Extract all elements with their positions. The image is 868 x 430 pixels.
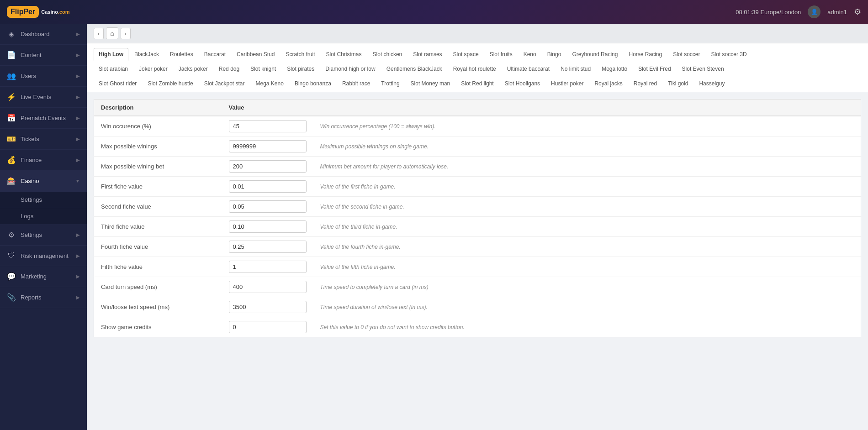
logo-flipper: FlipPer [11,8,35,16]
tab-no-limit-stud[interactable]: No limit stud [556,63,596,75]
value-cell-4 [222,197,313,217]
input-2[interactable] [229,160,307,173]
tab-slot-fruits[interactable]: Slot fruits [485,48,518,60]
tab-mega-keno[interactable]: Mega Keno [250,77,288,89]
sidebar-sub-item-logs[interactable]: Logs [0,208,87,225]
sidebar-item-settings[interactable]: ⚙ Settings ▶ [0,225,87,246]
desc-cell-6: Fourth fiche value [94,237,222,257]
sidebar-item-finance[interactable]: 💰 Finance ▶ [0,150,87,171]
forward-button[interactable]: › [121,28,131,39]
sidebar-item-prematch-events[interactable]: 📅 Prematch Events ▶ [0,108,87,129]
tab-scratch-fruit[interactable]: Scratch fruit [281,48,320,60]
sidebar-item-risk-management[interactable]: 🛡 Risk management ▶ [0,246,87,266]
tab-bingo[interactable]: Bingo [542,48,566,60]
tab-roulettes[interactable]: Roulettes [165,48,198,60]
sidebar-label-reports: Reports [21,294,42,301]
topbar-time: 08:01:39 Europe/London [736,9,801,16]
table-row: Fifth fiche value Value of the fifth fic… [94,257,861,277]
finance-arrow-icon: ▶ [76,157,80,163]
input-4[interactable] [229,200,307,213]
tab-tiki-gold[interactable]: Tiki gold [663,77,693,89]
sidebar-item-tickets[interactable]: 🎫 Tickets ▶ [0,129,87,150]
sidebar-item-casino[interactable]: 🎰 Casino ▼ [0,171,87,192]
tab-slot-pirates[interactable]: Slot pirates [282,63,319,75]
desc-cell-0: Win occurence (%) [94,116,222,136]
tab-slot-hooligans[interactable]: Slot Hooligans [500,77,545,89]
desc-cell-8: Card turn speed (ms) [94,277,222,297]
tab-slot-knight[interactable]: Slot knight [245,63,281,75]
back-button[interactable]: ‹ [94,28,104,39]
tab-ultimate-baccarat[interactable]: Ultimate baccarat [502,63,555,75]
sidebar-item-users[interactable]: 👥 Users ▶ [0,66,87,87]
table-row: Fourth fiche value Value of the fourth f… [94,237,861,257]
hint-cell-9: Time speed duration of win/lose text (in… [313,297,861,317]
topbar-settings-icon[interactable]: ⚙ [854,7,861,17]
tab-slot-soccer[interactable]: Slot soccer [668,48,705,60]
sidebar-label-live-events: Live Events [21,94,51,100]
tab-slot-space[interactable]: Slot space [448,48,484,60]
tab-keno[interactable]: Keno [519,48,541,60]
tab-greyhound-racing[interactable]: Greyhound Racing [567,48,623,60]
sidebar-label-settings: Settings [21,231,42,238]
marketing-icon: 💬 [7,272,16,281]
sidebar-item-content[interactable]: 📄 Content ▶ [0,45,87,66]
hint-cell-6: Value of the fourth fiche in-game. [313,237,861,257]
sidebar-item-live-events[interactable]: ⚡ Live Events ▶ [0,87,87,108]
input-10[interactable] [229,321,307,333]
tab-red-dog[interactable]: Red dog [214,63,244,75]
marketing-arrow-icon: ▶ [76,274,80,279]
tab-royal-red[interactable]: Royal red [629,77,662,89]
input-6[interactable] [229,241,307,253]
tab-gentlemens-blackjack[interactable]: Gentlemens BlackJack [381,63,447,75]
input-0[interactable] [229,120,307,132]
tab-hustler-poker[interactable]: Hustler poker [546,77,588,89]
tab-slot-red-light[interactable]: Slot Red light [456,77,498,89]
tab-high-low[interactable]: High Low [94,48,128,61]
settings-icon: ⚙ [7,231,16,239]
input-5[interactable] [229,220,307,233]
tab-slot-christmas[interactable]: Slot Christmas [321,48,367,60]
sidebar-item-reports[interactable]: 📎 Reports ▶ [0,287,87,308]
home-button[interactable]: ⌂ [106,27,118,39]
tab-royal-hot-roulette[interactable]: Royal hot roulette [448,63,501,75]
input-7[interactable] [229,261,307,273]
tab-hasselguy[interactable]: Hasselguy [694,77,730,89]
casino-icon: 🎰 [7,177,16,185]
tab-slot-evil-fred[interactable]: Slot Evil Fred [633,63,676,75]
tab-horse-racing[interactable]: Horse Racing [624,48,667,60]
table-row: Win/loose text speed (ms) Time speed dur… [94,297,861,317]
tab-diamond-high-low[interactable]: Diamond high or low [320,63,380,75]
tab-rabbit-race[interactable]: Rabbit race [337,77,375,89]
input-9[interactable] [229,301,307,313]
tab-mega-lotto[interactable]: Mega lotto [597,63,632,75]
casino-submenu: Settings Logs [0,192,87,225]
tab-bingo-bonanza[interactable]: Bingo bonanza [290,77,336,89]
tab-slot-jackpot-star[interactable]: Slot Jackpot star [199,77,250,89]
tab-baccarat[interactable]: Baccarat [199,48,231,60]
tab-slot-money-man[interactable]: Slot Money man [406,77,455,89]
tab-slot-chicken[interactable]: Slot chicken [368,48,408,60]
tab-joker-poker[interactable]: Joker poker [134,63,173,75]
sidebar-item-marketing[interactable]: 💬 Marketing ▶ [0,266,87,287]
tab-jacks-poker[interactable]: Jacks poker [174,63,213,75]
tab-slot-zombie-hustle[interactable]: Slot Zombie hustle [143,77,198,89]
tab-slot-ghost-rider[interactable]: Slot Ghost rider [94,77,142,89]
tab-slot-arabian[interactable]: Slot arabian [94,63,133,75]
tab-trotting[interactable]: Trotting [376,77,404,89]
tab-slot-ramses[interactable]: Slot ramses [408,48,447,60]
tab-blackjack[interactable]: BlackJack [129,48,164,60]
tab-slot-even-steven[interactable]: Slot Even Steven [677,63,729,75]
sidebar-item-dashboard[interactable]: ◈ Dashboard ▶ [0,24,87,45]
input-1[interactable] [229,140,307,152]
tab-slot-soccer-3d[interactable]: Slot soccer 3D [706,48,752,60]
input-8[interactable] [229,281,307,293]
sidebar: ◈ Dashboard ▶ 📄 Content ▶ 👥 Users ▶ ⚡ Li… [0,24,87,430]
tab-royal-jacks[interactable]: Royal jacks [589,77,627,89]
tab-caribbean-stud[interactable]: Caribbean Stud [232,48,280,60]
desc-cell-3: First fiche value [94,177,222,197]
input-3[interactable] [229,180,307,193]
value-cell-5 [222,217,313,237]
sidebar-sub-item-settings[interactable]: Settings [0,192,87,208]
value-cell-9 [222,297,313,317]
table-row: Max possible winings Maximum possible wi… [94,136,861,157]
